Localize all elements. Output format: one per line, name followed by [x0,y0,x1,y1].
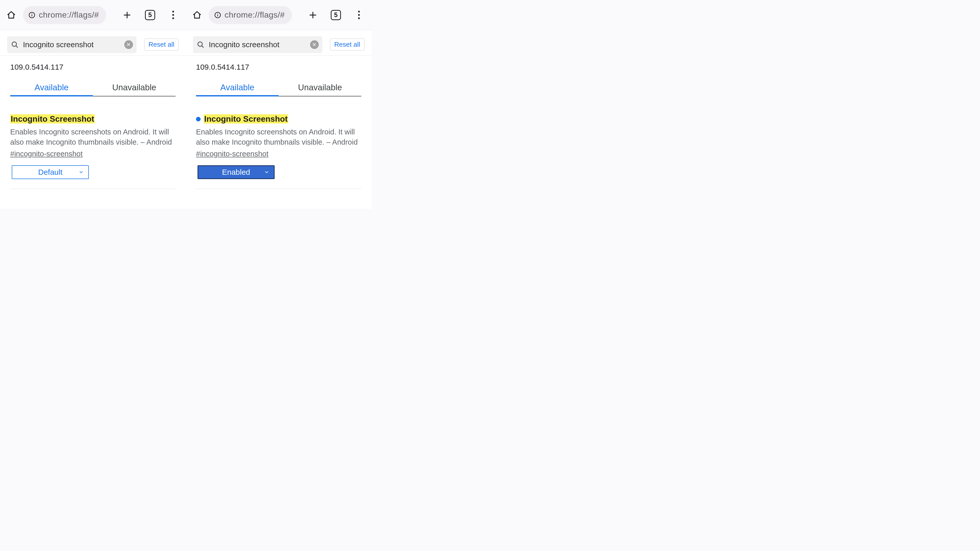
kebab-icon [358,11,360,19]
search-icon [11,41,19,49]
flag-tabs: Available Unavailable [196,83,361,97]
close-icon [126,42,130,47]
flag-description: Enables Incognito screenshots on Android… [10,127,173,147]
reset-all-button[interactable]: Reset all [330,38,364,51]
flag-search-input[interactable]: Incognito screenshot [7,36,137,53]
flag-card: Incognito Screenshot Enables Incognito s… [196,114,361,189]
info-icon [29,12,35,18]
flag-tabs: Available Unavailable [10,83,176,97]
flag-card: Incognito Screenshot Enables Incognito s… [10,114,176,189]
svg-line-6 [16,46,18,47]
plus-icon [123,11,131,19]
svg-line-15 [202,46,203,47]
home-icon [192,11,202,20]
search-icon [197,41,205,49]
omnibox-url: chrome://flags/# [224,10,285,20]
flag-state-select[interactable]: Default [12,165,89,179]
browser-topbar: chrome://flags/# 5 [186,0,372,30]
flag-state-select[interactable]: Enabled [197,165,275,179]
tab-available[interactable]: Available [196,83,279,96]
flag-search-input[interactable]: Incognito screenshot [193,36,322,53]
chevron-down-icon [79,170,84,175]
chrome-version: 109.0.5414.117 [0,56,186,71]
tab-unavailable[interactable]: Unavailable [279,83,361,96]
flag-anchor-link[interactable]: #incognito-screenshot [196,150,269,158]
home-button[interactable] [1,5,21,25]
tab-switcher-button[interactable]: 5 [139,5,161,25]
page-content: Incognito screenshot Reset all 109.0.541… [0,30,186,209]
overflow-menu-button[interactable] [348,5,370,25]
svg-point-11 [218,13,218,14]
omnibox[interactable]: chrome://flags/# [209,6,292,24]
kebab-icon [172,11,174,19]
new-tab-button[interactable] [116,5,138,25]
flag-title: Incognito Screenshot [10,114,95,124]
clear-search-button[interactable] [310,40,319,49]
svg-point-2 [32,13,32,14]
flag-description: Enables Incognito screenshots on Android… [196,127,360,147]
pane-left: chrome://flags/# 5 Incognito screenshot [0,0,186,209]
home-icon [6,11,16,20]
plus-icon [309,11,317,19]
search-query: Incognito screenshot [23,40,120,49]
flag-state-value: Enabled [222,168,250,176]
chrome-version: 109.0.5414.117 [186,56,372,71]
flag-title: Incognito Screenshot [204,114,288,124]
tab-count: 5 [145,10,155,20]
browser-topbar: chrome://flags/# 5 [0,0,186,30]
search-row: Incognito screenshot Reset all [0,34,186,56]
flag-state-value: Default [38,168,62,176]
info-icon [215,12,221,18]
tab-available[interactable]: Available [10,83,93,96]
tab-unavailable[interactable]: Unavailable [93,83,176,96]
omnibox[interactable]: chrome://flags/# [23,6,106,24]
search-row: Incognito screenshot Reset all [186,34,372,56]
chevron-down-icon [264,170,269,175]
flag-anchor-link[interactable]: #incognito-screenshot [10,150,83,158]
close-icon [312,42,317,47]
overflow-menu-button[interactable] [162,5,184,25]
pane-right: chrome://flags/# 5 Incognito screenshot [186,0,372,209]
tab-count: 5 [331,10,341,20]
new-tab-button[interactable] [302,5,324,25]
page-content: Incognito screenshot Reset all 109.0.541… [186,30,372,209]
tab-switcher-button[interactable]: 5 [325,5,347,25]
home-button[interactable] [187,5,207,25]
changed-indicator-icon [196,117,200,121]
clear-search-button[interactable] [124,40,133,49]
search-query: Incognito screenshot [209,40,306,49]
omnibox-url: chrome://flags/# [39,10,99,20]
reset-all-button[interactable]: Reset all [144,38,179,51]
